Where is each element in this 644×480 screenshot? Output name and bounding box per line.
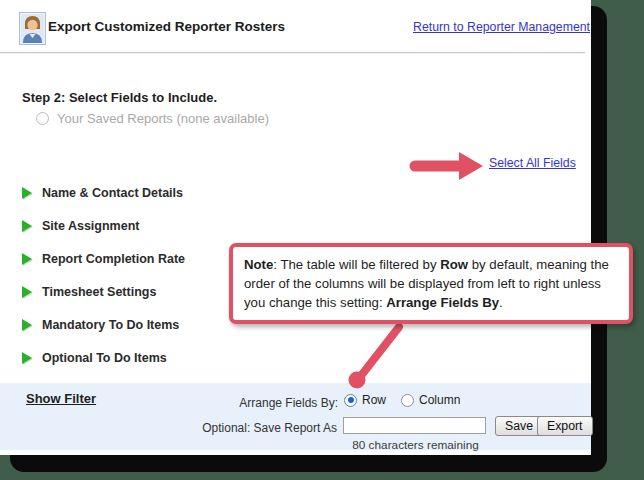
row-radio-label: Row [362,393,386,407]
person-photo-icon [19,12,46,45]
expand-triangle-icon[interactable] [22,286,32,298]
arrange-fields-by-label: Arrange Fields By: [0,396,338,410]
save-button[interactable]: Save [495,416,543,436]
footer-action-bar: Show Filter Arrange Fields By: Row Colum… [0,383,591,450]
expand-triangle-icon[interactable] [22,187,32,199]
export-button[interactable]: Export [537,416,593,436]
step2-heading: Step 2: Select Fields to Include. [22,90,217,105]
expand-triangle-icon[interactable] [22,319,32,331]
save-report-as-input[interactable] [343,417,486,434]
note-bold-arrange: Arrange Fields By [386,295,499,310]
note-text-1: : The table will be filtered by [273,257,440,272]
select-all-fields-link[interactable]: Select All Fields [489,156,576,170]
saved-reports-row: Your Saved Reports (none available) [36,111,269,126]
section-mandatory-todo-items[interactable]: Mandatory To Do Items [22,308,185,341]
characters-remaining-text: 80 characters remaining [343,438,488,452]
section-timesheet-settings[interactable]: Timesheet Settings [22,275,185,308]
column-radio-label: Column [419,393,460,407]
header-divider [0,52,585,54]
saved-reports-label: Your Saved Reports (none available) [57,111,269,126]
note-bold-note: Note [244,257,273,272]
expand-triangle-icon[interactable] [22,220,32,232]
column-radio[interactable] [401,394,414,407]
arrange-fields-radio-group: Row Column [344,393,470,407]
screenshot-canvas: Export Customized Reporter Rosters Retur… [0,0,644,480]
section-site-assignment[interactable]: Site Assignment [22,209,185,242]
note-text-3: . [499,295,503,310]
save-report-as-label: Optional: Save Report As [0,421,337,435]
note-callout: Note: The table will be filtered by Row … [229,243,633,324]
row-radio[interactable] [344,394,357,407]
page-title: Export Customized Reporter Rosters [48,19,285,34]
expand-triangle-icon[interactable] [22,352,32,364]
note-bold-row: Row [440,257,468,272]
section-name-contact-details[interactable]: Name & Contact Details [22,176,185,209]
field-sections-list: Name & Contact Details Site Assignment R… [22,176,185,374]
export-rosters-page: Export Customized Reporter Rosters Retur… [0,0,591,455]
saved-reports-radio[interactable] [36,112,49,125]
section-optional-todo-items[interactable]: Optional To Do Items [22,341,185,374]
return-to-reporter-management-link[interactable]: Return to Reporter Management [413,20,590,34]
expand-triangle-icon[interactable] [22,253,32,265]
section-report-completion-rate[interactable]: Report Completion Rate [22,242,185,275]
